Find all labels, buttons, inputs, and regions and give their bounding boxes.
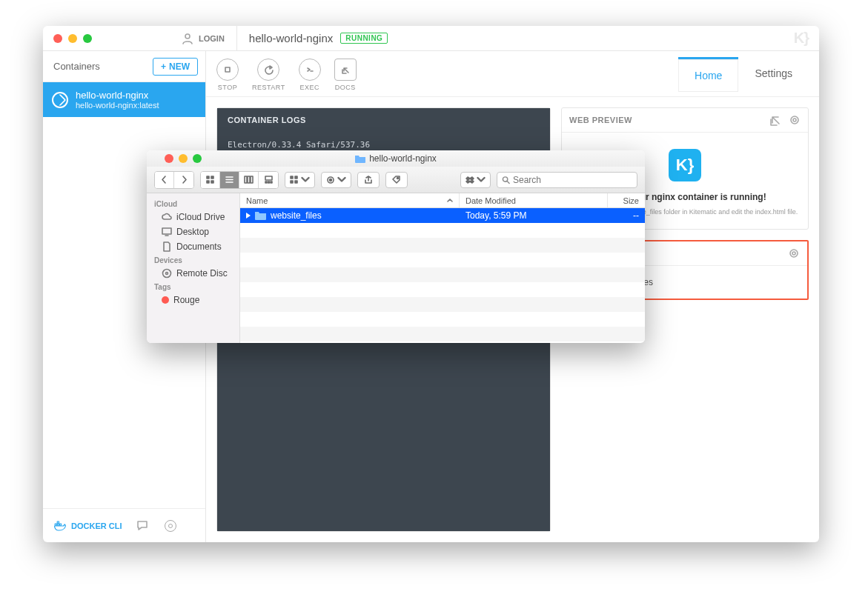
login-button[interactable]: LOGIN xyxy=(181,32,225,45)
tags-heading: Tags xyxy=(147,281,239,293)
exec-button[interactable]: EXEC xyxy=(299,59,321,91)
dropbox-button[interactable] xyxy=(460,172,491,188)
list-row-empty xyxy=(240,297,645,312)
brand-logo: K} xyxy=(794,30,809,47)
svg-rect-3 xyxy=(59,524,61,525)
sidebar-item-remote-disc[interactable]: Remote Disc xyxy=(147,266,239,281)
tab-settings[interactable]: Settings xyxy=(738,57,809,92)
status-badge: RUNNING xyxy=(340,33,388,44)
close-dot[interactable] xyxy=(165,154,173,163)
forward-button[interactable] xyxy=(174,172,193,188)
minimize-dot[interactable] xyxy=(179,154,188,163)
share-button[interactable] xyxy=(357,172,380,188)
login-label: LOGIN xyxy=(199,34,225,43)
separator xyxy=(236,26,237,51)
finder-search[interactable] xyxy=(497,172,637,188)
docs-button[interactable]: DOCS xyxy=(334,59,357,91)
dropbox-icon xyxy=(466,176,474,184)
docker-cli-button[interactable]: DOCKER CLI xyxy=(53,520,122,532)
tabs: Home Settings xyxy=(678,57,809,92)
exec-label: EXEC xyxy=(299,84,319,91)
svg-rect-12 xyxy=(207,181,209,183)
list-row-empty xyxy=(240,282,645,297)
search-input[interactable] xyxy=(513,175,632,185)
sidebar-item-documents[interactable]: Documents xyxy=(147,239,239,254)
docs-label: DOCS xyxy=(335,84,356,91)
folder-icon xyxy=(255,211,266,220)
action-button[interactable] xyxy=(321,172,351,188)
web-preview-title: WEB PREVIEW xyxy=(569,116,632,124)
list-view-button[interactable] xyxy=(220,172,239,188)
disclosure-icon[interactable] xyxy=(246,213,251,219)
svg-rect-21 xyxy=(291,176,293,179)
cli-label: DOCKER CLI xyxy=(71,521,122,530)
svg-rect-4 xyxy=(57,521,59,523)
svg-point-7 xyxy=(793,119,796,121)
col-size[interactable]: Size xyxy=(608,193,645,207)
svg-rect-5 xyxy=(225,67,230,72)
feedback-button[interactable] xyxy=(135,519,150,533)
svg-rect-18 xyxy=(265,181,267,183)
column-view-button[interactable] xyxy=(239,172,259,188)
svg-rect-16 xyxy=(251,176,253,183)
documents-icon xyxy=(162,241,172,252)
sidebar-item-hello-world-nginx[interactable]: hello-world-nginx hello-world-nginx:late… xyxy=(43,82,205,117)
tags-button[interactable] xyxy=(385,172,408,188)
toolbar: STOP RESTART EXEC DOCS Home Settings xyxy=(206,51,819,97)
container-image: hello-world-nginx:latest xyxy=(76,101,159,110)
back-button[interactable] xyxy=(155,172,174,188)
minimize-dot[interactable] xyxy=(68,34,77,43)
sidebar-item-icloud-drive[interactable]: iCloud Drive xyxy=(147,210,239,224)
stop-label: STOP xyxy=(218,84,237,91)
external-icon xyxy=(340,64,351,75)
new-container-button[interactable]: + NEW xyxy=(153,58,198,76)
svg-point-31 xyxy=(166,273,168,275)
col-date[interactable]: Date Modified xyxy=(460,193,608,207)
svg-rect-2 xyxy=(57,524,59,525)
devices-heading: Devices xyxy=(147,254,239,266)
sidebar-title: Containers xyxy=(53,61,100,72)
chevron-down-icon xyxy=(301,176,310,184)
restart-button[interactable]: RESTART xyxy=(252,59,285,91)
container-name: hello-world-nginx xyxy=(76,90,159,101)
stop-button[interactable]: STOP xyxy=(216,59,239,91)
arrange-button[interactable] xyxy=(285,172,315,188)
chevron-down-icon xyxy=(337,176,346,184)
close-dot[interactable] xyxy=(53,34,62,43)
file-date: Today, 5:59 PM xyxy=(460,210,608,221)
container-status-icon xyxy=(52,92,68,108)
list-row-empty xyxy=(240,223,645,238)
svg-rect-29 xyxy=(162,228,171,234)
svg-point-6 xyxy=(791,116,798,124)
cloud-icon xyxy=(162,212,172,222)
list-row-empty xyxy=(240,327,645,341)
stop-icon xyxy=(222,64,233,75)
list-header: Name Date Modified Size xyxy=(240,193,645,208)
col-name[interactable]: Name xyxy=(240,193,460,207)
gallery-view-button[interactable] xyxy=(259,172,278,188)
tag-color-icon xyxy=(162,296,169,304)
nav-back-forward xyxy=(154,171,194,189)
new-label: NEW xyxy=(169,61,190,72)
list-row-empty xyxy=(240,267,645,282)
icon-view-button[interactable] xyxy=(201,172,220,188)
sidebar-item-tag-rouge[interactable]: Rouge xyxy=(147,293,239,307)
tab-home[interactable]: Home xyxy=(678,57,738,92)
finder-titlebar: hello-world-nginx xyxy=(147,150,645,167)
list-row-website_files[interactable]: website_files Today, 5:59 PM -- xyxy=(240,208,645,223)
user-icon xyxy=(181,32,194,45)
svg-rect-10 xyxy=(207,176,209,179)
finder-toolbar xyxy=(147,167,645,193)
sidebar-item-desktop[interactable]: Desktop xyxy=(147,224,239,239)
zoom-dot[interactable] xyxy=(83,34,92,43)
kitematic-logo-icon: K} xyxy=(669,149,701,181)
sort-asc-icon xyxy=(447,198,453,204)
svg-point-30 xyxy=(163,270,171,278)
gear-icon[interactable] xyxy=(788,247,800,259)
zoom-dot[interactable] xyxy=(193,154,202,163)
svg-rect-22 xyxy=(291,181,293,183)
gear-icon[interactable] xyxy=(789,114,801,126)
chevron-down-icon xyxy=(477,176,486,184)
settings-button[interactable] xyxy=(163,519,178,533)
open-external-icon[interactable] xyxy=(769,114,781,126)
